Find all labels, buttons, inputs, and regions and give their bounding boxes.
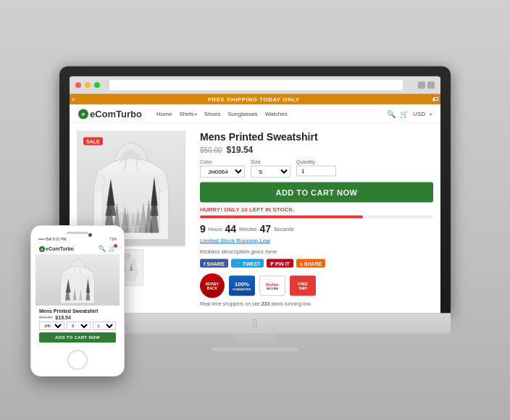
iphone-size-select[interactable]: S [67, 322, 91, 330]
site-header: e eComTurbo Home Shirts ▾ Shoes Sunglass… [70, 105, 440, 124]
iphone-price-old: $50.00 [39, 315, 52, 320]
iphone-options-row: JH004 S 1 [39, 322, 116, 330]
cart-icon[interactable]: 🛒 [400, 110, 409, 118]
mcafee-badge: McAfee SECURE [259, 276, 285, 296]
countdown-hours-label: Hours [209, 226, 222, 231]
site-nav: Home Shirts ▾ Shoes Sunglasses Watches [156, 111, 288, 117]
product-options: Color JH0064 Size S [200, 159, 433, 178]
iphone-price-new: $19.54 [55, 315, 70, 320]
size-select[interactable]: S [251, 166, 290, 178]
cart-notification-dot [114, 244, 117, 248]
realtime-info: Real time shoppers on site 233 stock run… [200, 301, 433, 306]
iphone-cart-icon[interactable]: 🛒 [109, 245, 116, 252]
iphone-add-to-cart-button[interactable]: ADD TO CART NOW [39, 332, 116, 343]
iphone-qty-select[interactable]: 1 [93, 322, 117, 330]
shipping-text: FREE SHIPPING TODAY ONLY [208, 96, 300, 103]
imac-base [212, 348, 298, 354]
stock-bar-fill [200, 216, 363, 219]
iphone-speaker [67, 232, 88, 234]
browser-window: × FREE SHIPPING TODAY ONLY 🏷 e eComTurbo… [70, 77, 440, 314]
close-dot[interactable] [75, 83, 81, 88]
guarantee-badge: MONEY BACK [200, 274, 225, 298]
size-label: Size [251, 159, 290, 164]
logo-text: eComTurbo [90, 109, 142, 119]
size-option: Size S [251, 159, 290, 178]
currency-dropdown-icon: ▾ [430, 112, 432, 117]
iphone-search-icon[interactable]: 🔍 [99, 245, 106, 252]
maximize-dot[interactable] [94, 83, 100, 88]
quantity-label: Quantity [296, 159, 336, 164]
100-guarantee-badge: 100% GUARANTEE [229, 276, 255, 296]
logo-icon: e [78, 109, 88, 119]
header-icons: 🔍 🛒 USD ▾ [387, 110, 432, 118]
realtime-text-2: stock running low. [271, 301, 312, 306]
iphone-logo-icon: e [39, 246, 45, 252]
iphone-price-row: $50.00 $19.54 [39, 315, 116, 320]
countdown-hours: 9 [200, 223, 206, 235]
realtime-text-1: Real time shoppers on site [200, 301, 260, 306]
color-option: Color JH0064 [200, 159, 245, 178]
product-title: Mens Printed Sweatshirt [200, 131, 433, 143]
iphone-logo[interactable]: e eComTurbo [39, 246, 74, 252]
share-twitter-button[interactable]: 🐦 TWEET [231, 259, 264, 268]
countdown-seconds-label: Seconds [274, 226, 293, 231]
stock-count: 10 [241, 206, 248, 213]
share-facebook-button[interactable]: f SHARE [200, 259, 228, 268]
stock-warning: HURRY! ONLY 10 LEFT IN STOCK. [200, 206, 433, 213]
nav-sunglasses[interactable]: Sunglasses [227, 111, 257, 117]
add-to-cart-button[interactable]: ADD TO CART NOW [200, 182, 433, 203]
share-other-button[interactable]: s SHARE [296, 259, 325, 268]
scene: × FREE SHIPPING TODAY ONLY 🏷 e eComTurbo… [0, 0, 510, 420]
free-ship-text: FREESHIP [298, 282, 307, 290]
search-icon[interactable]: 🔍 [387, 110, 396, 118]
stock-bar [200, 216, 433, 219]
guarantee-label: GUARANTEE [233, 287, 251, 291]
iphone-hoodie-svg [56, 256, 99, 305]
share-buttons: f SHARE 🐦 TWEET P PIN IT [200, 259, 433, 268]
quantity-option: Quantity [296, 159, 336, 178]
iphone-header: e eComTurbo 🔍 🛒 [35, 243, 120, 255]
color-select[interactable]: JH0064 [200, 166, 245, 178]
realtime-count: 233 [262, 301, 270, 306]
facebook-icon: f [204, 261, 205, 266]
limited-stock-link[interactable]: Limited Stock Running Low [200, 238, 433, 244]
free-shipping-badge: FREESHIP [290, 276, 316, 296]
nav-shirts[interactable]: Shirts ▾ [179, 111, 196, 117]
stock-warning-text: HURRY! ONLY [200, 206, 240, 213]
currency-selector[interactable]: USD [413, 111, 425, 117]
nav-watches[interactable]: Watches [265, 111, 288, 117]
iphone-home-button[interactable] [67, 350, 88, 370]
iphone-product-title: Mens Printed Sweatshirt [39, 308, 116, 314]
secure-text: SECURE [267, 286, 279, 290]
price-old: $50.00 [200, 146, 222, 154]
product-price: $50.00 $19.54 [200, 145, 433, 155]
site-logo[interactable]: e eComTurbo [78, 109, 142, 119]
address-bar[interactable] [109, 80, 403, 91]
product-page: SALE [70, 124, 440, 314]
color-label: Color [200, 159, 245, 164]
countdown-minutes: 44 [225, 223, 236, 235]
imac-neck [233, 334, 277, 348]
nav-shoes[interactable]: Shoes [204, 111, 221, 117]
shirts-dropdown-icon: ▾ [195, 112, 197, 117]
shipping-close[interactable]: × [72, 96, 75, 103]
status-right: 71% [109, 237, 117, 241]
iphone-logo-text: eComTurbo [46, 246, 74, 251]
countdown-timer: 9 Hours 44 Minutes 47 Seconds [200, 223, 433, 235]
sale-badge: SALE [83, 138, 103, 146]
iphone-status-bar: ••••• Bell 9:21 PM 71% [35, 237, 120, 241]
trust-badges: MONEY BACK 100% GUARANTEE McAfee SECURE [200, 274, 433, 298]
shipping-banner: × FREE SHIPPING TODAY ONLY 🏷 [70, 94, 440, 105]
nav-home[interactable]: Home [156, 111, 172, 117]
browser-icon-2 [427, 82, 435, 89]
product-description: Kickass description goes here [200, 248, 433, 255]
banner-promo-icon: 🏷 [432, 96, 439, 103]
minimize-dot[interactable] [85, 83, 91, 88]
browser-chrome [70, 77, 440, 94]
quantity-input[interactable] [296, 166, 336, 177]
twitter-icon: 🐦 [235, 261, 241, 266]
status-left: ••••• Bell 9:21 PM [38, 237, 67, 241]
share-pinterest-button[interactable]: P PIN IT [267, 259, 293, 268]
apple-logo:  [253, 317, 257, 330]
iphone-color-select[interactable]: JH004 [39, 322, 64, 330]
